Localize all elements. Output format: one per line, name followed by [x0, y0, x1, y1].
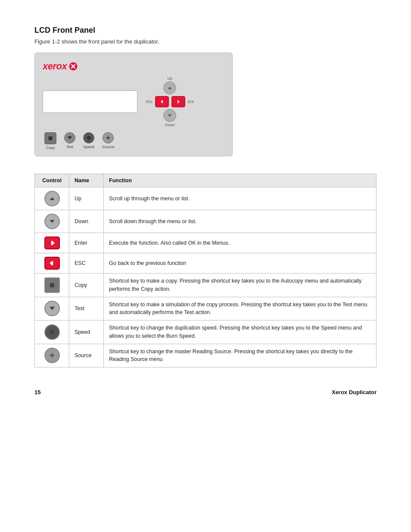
test-button-label: Test [66, 145, 74, 149]
col-header-control: Control [35, 174, 69, 187]
name-cell: Test [69, 297, 104, 320]
down-button-panel[interactable] [163, 109, 176, 122]
control-cell [35, 297, 69, 320]
esc-button-panel[interactable] [155, 96, 169, 107]
control-cell [35, 233, 69, 253]
control-cell [35, 253, 69, 274]
xerox-logo-icon [68, 62, 78, 71]
svg-rect-1 [49, 137, 53, 140]
control-cell [35, 344, 69, 367]
table-row: UpScroll up through the menu or list. [35, 187, 377, 210]
ent-label-panel: Ent [188, 100, 194, 104]
function-cell: Shortcut key to make a simulation of the… [104, 297, 377, 320]
source-button-panel[interactable] [103, 132, 114, 143]
function-cell: Go back to the previous function [104, 253, 377, 274]
chevron-down-icon [167, 112, 173, 118]
svg-point-4 [50, 330, 54, 335]
copy-icon-table [44, 277, 60, 293]
down-label: Down [165, 123, 175, 127]
front-panel-illustration: xerox Up Esc Ent [34, 53, 233, 156]
table-header-row: Control Name Function [35, 174, 377, 187]
chevron-right-icon [175, 99, 181, 105]
table-row: SpeedShortcut key to change the duplicat… [35, 320, 377, 344]
name-cell: Down [69, 210, 104, 233]
table-row: ESCGo back to the previous function [35, 253, 377, 274]
chevron-up-icon [167, 85, 173, 91]
name-cell: ESC [69, 253, 104, 274]
function-cell: Scroll up through the menu or list. [104, 187, 377, 210]
name-cell: Source [69, 344, 104, 367]
function-cell: Shortcut key to change the master Readin… [104, 344, 377, 367]
circle-icon [87, 136, 91, 140]
source-button-label: Source [102, 145, 115, 149]
nav-controls-group: Up Esc Ent Down [146, 76, 194, 127]
source-button-item: Source [102, 132, 115, 150]
svg-point-2 [87, 136, 91, 140]
xerox-logo: xerox [43, 61, 224, 72]
table-row: DownScroll down through the menu or list… [35, 210, 377, 233]
plus-icon [105, 135, 111, 141]
enter-button-panel[interactable] [171, 96, 185, 107]
name-cell: Enter [69, 233, 104, 253]
name-cell: Up [69, 187, 104, 210]
table-row: SourceShortcut key to change the master … [35, 344, 377, 367]
control-cell [35, 320, 69, 344]
col-header-function: Function [104, 174, 377, 187]
esc-icon [44, 257, 60, 270]
function-cell: Shortcut key to make a copy. Pressing th… [104, 274, 377, 297]
copy-button-panel[interactable] [44, 132, 56, 144]
controls-table: Control Name Function UpScroll up throug… [34, 174, 377, 367]
shortcut-buttons-row: Copy Test Speed Source [43, 132, 224, 150]
col-header-name: Name [69, 174, 104, 187]
control-cell [35, 274, 69, 297]
enter-icon [44, 236, 60, 249]
speed-button-panel[interactable] [83, 132, 94, 143]
speed-icon-table [44, 324, 60, 340]
page-footer: 15 Xerox Duplicator [34, 385, 377, 395]
speed-button-item: Speed [83, 132, 94, 150]
copy-button-label: Copy [46, 146, 55, 150]
test-button-item: Test [64, 132, 75, 150]
speed-button-label: Speed [83, 145, 94, 149]
test-button-panel[interactable] [64, 132, 75, 143]
esc-label-panel: Esc [146, 100, 153, 104]
triangle-down-icon [67, 135, 73, 141]
down-icon [44, 214, 60, 229]
control-cell [35, 187, 69, 210]
function-cell: Shortcut key to change the duplication s… [104, 320, 377, 344]
svg-rect-3 [50, 283, 54, 287]
lcd-screen [43, 90, 137, 113]
xerox-brand-text: xerox [43, 61, 67, 72]
up-label: Up [168, 76, 173, 81]
table-row: CopyShortcut key to make a copy. Pressin… [35, 274, 377, 297]
up-button-panel[interactable] [163, 81, 176, 94]
figure-caption: Figure 1-2 shows the front panel for the… [34, 38, 377, 45]
function-cell: Execute the function. Also called OK in … [104, 233, 377, 253]
name-cell: Copy [69, 274, 104, 297]
chevron-left-icon [159, 99, 165, 105]
function-cell: Scroll down through the menu or list. [104, 210, 377, 233]
panel-main-area: Up Esc Ent Down [43, 76, 224, 127]
copy-icon [47, 135, 53, 141]
doc-title: Xerox Duplicator [332, 389, 377, 395]
up-icon [44, 191, 60, 206]
table-row: EnterExecute the function. Also called O… [35, 233, 377, 253]
section-title: LCD Front Panel [34, 26, 377, 35]
name-cell: Speed [69, 320, 104, 344]
test-icon-table [44, 301, 60, 316]
page-number: 15 [34, 389, 40, 395]
middle-nav-row: Esc Ent [146, 96, 194, 107]
control-cell [35, 210, 69, 233]
table-row: TestShortcut key to make a simulation of… [35, 297, 377, 320]
copy-button-item: Copy [44, 132, 56, 150]
source-icon-table [44, 348, 60, 363]
